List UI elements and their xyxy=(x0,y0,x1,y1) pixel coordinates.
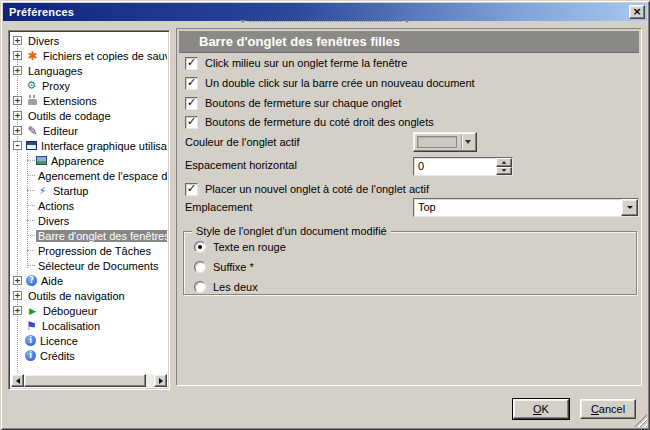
spin-up-button[interactable] xyxy=(496,158,512,167)
expand-plus-icon[interactable]: + xyxy=(13,306,22,315)
tree-item-divers-child[interactable]: Divers xyxy=(11,213,167,228)
tree-item-outils-codage[interactable]: + Outils de codage xyxy=(11,108,167,123)
tree-connector xyxy=(27,190,35,191)
flag-icon: ⚑ xyxy=(25,319,38,332)
tree-item-debogueur[interactable]: + ▶ Débogueur xyxy=(11,303,167,318)
expand-plus-icon[interactable]: + xyxy=(13,96,22,105)
cancel-button[interactable]: Cancel xyxy=(580,399,636,419)
tree-item-interface[interactable]: - Interface graphique utilisateur xyxy=(11,138,167,153)
chevron-down-icon xyxy=(465,140,471,144)
checkbox-middle-click-close[interactable]: ✓ Click milieu sur un onglet ferme la fe… xyxy=(185,56,407,70)
tree-item-aide[interactable]: + ? Aide xyxy=(11,273,167,288)
window-title: Préférences xyxy=(9,6,629,18)
arrow-right-icon xyxy=(159,378,163,384)
checkbox-close-button-each-tab[interactable]: ✓ Boutons de fermeture sur chaque onglet xyxy=(185,96,401,110)
scroll-right-button[interactable] xyxy=(154,374,167,387)
plug-icon xyxy=(26,94,39,107)
combo-dropdown-button[interactable] xyxy=(621,199,638,216)
appearance-icon xyxy=(36,156,47,165)
tree-item-barre-onglet[interactable]: Barre d'onglet des fenêtres filles xyxy=(11,228,167,243)
preferences-tree: + Divers + ✱ Fichiers et copies de sauve… xyxy=(8,30,170,390)
radio-les-deux[interactable]: Les deux xyxy=(194,281,258,293)
startup-icon: ⚡ xyxy=(36,184,49,197)
tree-horizontal-scrollbar[interactable] xyxy=(11,374,167,387)
expand-plus-icon[interactable]: + xyxy=(13,126,22,135)
horizontal-spacing-input[interactable]: 0 xyxy=(413,157,513,176)
tree-item-actions[interactable]: Actions xyxy=(11,198,167,213)
tree-item-selecteur[interactable]: Sélecteur de Documents xyxy=(11,258,167,273)
active-tab-color-picker[interactable] xyxy=(413,132,477,152)
tree-item-credits[interactable]: i Crédits xyxy=(11,348,167,363)
proxy-icon: ⚙ xyxy=(25,79,38,92)
arrow-up-icon xyxy=(502,161,507,163)
expand-plus-icon[interactable]: + xyxy=(13,111,22,120)
checkbox-place-new-tab-beside-active[interactable]: ✓ Placer un nouvel onglet à coté de l'on… xyxy=(185,182,429,196)
selected-tree-item: Barre d'onglet des fenêtres filles xyxy=(36,230,167,242)
tree-connector xyxy=(27,160,35,161)
tree-item-proxy[interactable]: ⚙ Proxy xyxy=(11,78,167,93)
arrow-left-icon xyxy=(16,378,20,384)
collapse-minus-icon[interactable]: - xyxy=(13,141,22,150)
checkbox-icon[interactable]: ✓ xyxy=(185,116,198,129)
chevron-down-icon xyxy=(240,20,246,23)
dock-handle[interactable] xyxy=(240,19,410,24)
tree-connector xyxy=(27,205,35,206)
tree-item-progression[interactable]: Progression de Tâches xyxy=(11,243,167,258)
checkbox-icon[interactable]: ✓ xyxy=(185,183,198,196)
tree-item-extensions[interactable]: + Extensions xyxy=(11,93,167,108)
checkbox-double-click-new-doc[interactable]: ✓ Un double click sur la barre crée un n… xyxy=(185,76,475,90)
tree-item-languages[interactable]: + Languages xyxy=(11,63,167,78)
preferences-dialog: Préférences × + Divers + ✱ Fichiers et c… xyxy=(0,0,650,430)
window-icon xyxy=(26,141,37,150)
help-icon: ? xyxy=(26,275,37,286)
groupbox-title: Style de l'onglet d'un document modifié xyxy=(192,224,391,238)
tree-item-localisation[interactable]: ⚑ Localisation xyxy=(11,318,167,333)
close-button[interactable]: × xyxy=(629,5,645,19)
scroll-left-button[interactable] xyxy=(11,374,24,387)
arrow-down-icon xyxy=(502,170,507,172)
expand-plus-icon[interactable]: + xyxy=(13,51,22,60)
horizontal-spacing-label: Espacement horizontal xyxy=(185,158,297,172)
scrollbar-thumb[interactable] xyxy=(24,374,146,387)
ok-button[interactable]: OK xyxy=(513,399,569,419)
pencil-icon: ✎ xyxy=(26,124,39,137)
tree-connector xyxy=(27,250,35,251)
expand-plus-icon[interactable]: + xyxy=(13,66,22,75)
placement-label: Emplacement xyxy=(185,200,252,214)
placement-combobox[interactable]: Top xyxy=(413,198,639,217)
tree-item-apparence[interactable]: Apparence xyxy=(11,153,167,168)
radio-suffixe[interactable]: Suffixe * xyxy=(194,261,254,273)
radio-texte-en-rouge[interactable]: Texte en rouge xyxy=(194,241,286,253)
chevron-down-icon xyxy=(404,20,410,23)
tree-item-licence[interactable]: i Licence xyxy=(11,333,167,348)
checkbox-icon[interactable]: ✓ xyxy=(185,77,198,90)
checkbox-close-button-right-side[interactable]: ✓ Boutons de fermeture du coté droit des… xyxy=(185,115,434,129)
tree-item-outils-navigation[interactable]: + Outils de navigation xyxy=(11,288,167,303)
tree-viewport: + Divers + ✱ Fichiers et copies de sauve… xyxy=(11,33,167,387)
tree-item-divers[interactable]: + Divers xyxy=(11,33,167,48)
radio-icon[interactable] xyxy=(194,281,206,293)
tree-connector xyxy=(27,220,35,221)
tree-connector xyxy=(27,265,35,266)
modified-document-style-group: Style de l'onglet d'un document modifié … xyxy=(183,231,637,295)
tree-item-editeur[interactable]: + ✎ Editeur xyxy=(11,123,167,138)
radio-icon-selected[interactable] xyxy=(194,241,206,253)
arrow-down-icon xyxy=(627,206,633,209)
files-backup-icon: ✱ xyxy=(26,49,39,62)
tree-item-startup[interactable]: ⚡ Startup xyxy=(11,183,167,198)
page-title: Barre d'onglet des fenêtres filles xyxy=(179,31,639,53)
checkbox-icon[interactable]: ✓ xyxy=(185,97,198,110)
dotted-grip xyxy=(249,21,401,22)
checkbox-icon[interactable]: ✓ xyxy=(185,57,198,70)
tree-connector xyxy=(27,235,35,236)
spin-down-button[interactable] xyxy=(496,167,512,176)
expand-plus-icon[interactable]: + xyxy=(13,276,22,285)
expand-plus-icon[interactable]: + xyxy=(13,291,22,300)
info-icon: i xyxy=(25,350,36,361)
radio-icon[interactable] xyxy=(194,261,206,273)
expand-plus-icon[interactable]: + xyxy=(13,36,22,45)
tree-item-agencement[interactable]: Agencement de l'espace de travail xyxy=(11,168,167,183)
divider xyxy=(461,135,462,149)
color-swatch xyxy=(417,136,457,148)
tree-item-fichiers[interactable]: + ✱ Fichiers et copies de sauvegarde xyxy=(11,48,167,63)
